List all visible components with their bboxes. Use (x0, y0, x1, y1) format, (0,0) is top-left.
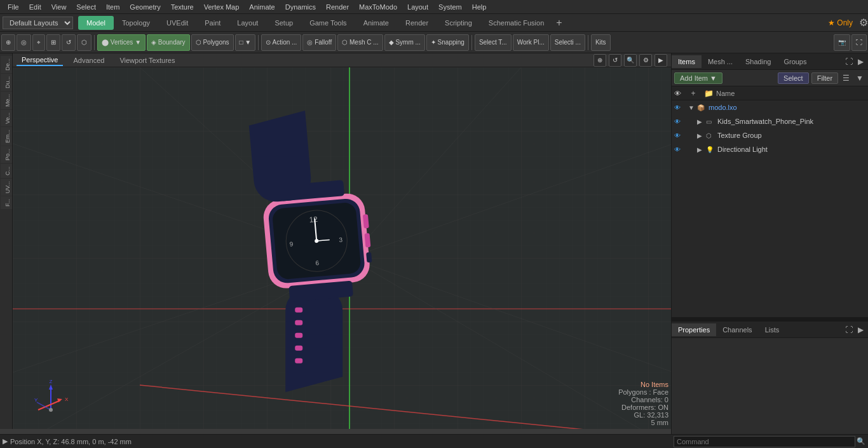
menu-view[interactable]: View (46, 2, 72, 12)
viewport-ctrl-settings[interactable]: ⚙ (639, 54, 652, 67)
tool-fullscreen[interactable]: ⛶ (851, 34, 867, 51)
tool-kits[interactable]: Kits (591, 34, 611, 51)
menu-dynamics[interactable]: Dynamics (280, 2, 321, 12)
menu-item[interactable]: Item (101, 2, 125, 12)
viewport-canvas[interactable]: 12 3 6 9 (13, 67, 671, 429)
tool-mesh-c[interactable]: ⬡ Mesh C ... (337, 34, 383, 51)
tab-render[interactable]: Render (397, 16, 437, 30)
viewport-tab-textures[interactable]: Viewport Textures (114, 55, 180, 65)
sidebar-item-c[interactable]: C... (1, 164, 12, 178)
tab-setup[interactable]: Setup (266, 16, 301, 30)
tab-layout[interactable]: Layout (229, 16, 266, 30)
tab-gametools[interactable]: Game Tools (301, 16, 355, 30)
menu-maxtomodo[interactable]: MaxToModo (354, 2, 402, 12)
eye-icon-light[interactable]: 👁 (674, 146, 686, 153)
expand-arrow-texture[interactable]: ▶ (697, 132, 706, 139)
tool-polygons[interactable]: ⬡ Polygons (191, 34, 234, 51)
rp-maximize-icon[interactable]: ⛶ (843, 56, 855, 67)
tab-animate[interactable]: Animate (355, 16, 397, 30)
sidebar-item-ve[interactable]: Ve... (1, 110, 12, 126)
sidebar-item-em[interactable]: Em... (1, 127, 12, 146)
prop-maximize-icon[interactable]: ⛶ (843, 324, 855, 336)
menu-system[interactable]: System (433, 2, 467, 12)
star-only-button[interactable]: ★ Only (824, 17, 857, 29)
menu-animate[interactable]: Animate (244, 2, 280, 12)
expand-arrow-light[interactable]: ▶ (697, 146, 706, 153)
eye-icon-smartwatch[interactable]: 👁 (674, 118, 686, 125)
tool-shape-dropdown[interactable]: □ ▼ (235, 34, 256, 51)
rp-tab-mesh[interactable]: Mesh ... (702, 55, 739, 68)
prop-tab-channels[interactable]: Channels (716, 323, 758, 336)
layout-dropdown[interactable]: Default Layouts (3, 17, 73, 29)
menu-layout[interactable]: Layout (402, 2, 433, 12)
tool-workpl[interactable]: Work Pl... (513, 34, 549, 51)
sidebar-item-du[interactable]: Du... (1, 74, 12, 91)
tool-action[interactable]: ⊙ Action ... (261, 34, 301, 51)
sidebar-item-uv[interactable]: UV... (1, 179, 12, 196)
viewport-tab-advanced[interactable]: Advanced (68, 55, 109, 65)
rp-tab-groups[interactable]: Groups (777, 55, 813, 68)
sidebar-item-f[interactable]: F... (1, 196, 12, 209)
tool-falloff[interactable]: ◎ Falloff (302, 34, 336, 51)
expand-arrow-smartwatch[interactable]: ▶ (697, 118, 706, 125)
tab-topology[interactable]: Topology (114, 16, 158, 30)
tab-uvedit[interactable]: UVEdit (158, 16, 196, 30)
tool-camera[interactable]: 📷 (834, 34, 850, 51)
command-search-icon[interactable]: 🔍 (857, 437, 865, 445)
rp-tab-items[interactable]: Items (672, 55, 702, 68)
add-item-button[interactable]: Add Item ▼ (674, 72, 722, 84)
rp-expand-icon[interactable]: ▶ (856, 56, 865, 67)
tool-circle[interactable]: ◎ (17, 34, 31, 51)
tab-scripting[interactable]: Scripting (437, 16, 480, 30)
sidebar-item-me[interactable]: Me... (1, 92, 12, 109)
tree-item-modo-lxo[interactable]: 👁 ▼ 📦 modo.lxo (672, 100, 868, 114)
prop-tab-lists[interactable]: Lists (759, 323, 786, 336)
menu-file[interactable]: File (3, 2, 24, 12)
tab-schematic[interactable]: Schematic Fusion (480, 16, 552, 30)
tool-snapping[interactable]: ✦ Snapping (426, 34, 469, 51)
sidebar-item-po[interactable]: Po... (1, 146, 12, 163)
tool-vertices[interactable]: ⬤ Vertices ▼ (97, 34, 146, 51)
tree-item-texture-group[interactable]: 👁 ▶ ⬡ Texture Group (672, 128, 868, 142)
icon-folder[interactable]: 📁 (702, 87, 715, 100)
settings-icon[interactable]: ⚙ (859, 17, 868, 29)
tool-boundary[interactable]: ◈ Boundary (147, 34, 190, 51)
tool-rotate[interactable]: ↺ (62, 34, 76, 51)
menu-render[interactable]: Render (321, 2, 354, 12)
items-down-icon[interactable]: ▼ (854, 72, 865, 84)
viewport-ctrl-expand[interactable]: ▶ (654, 54, 667, 67)
menu-texture[interactable]: Texture (166, 2, 199, 12)
tool-select-t[interactable]: Select T... (475, 34, 512, 51)
tab-paint[interactable]: Paint (196, 16, 229, 30)
expand-arrow-modo[interactable]: ▼ (688, 104, 697, 111)
tool-crosshair[interactable]: ⌖ (32, 34, 45, 51)
items-filter-button[interactable]: Filter (811, 72, 838, 84)
menu-help[interactable]: Help (467, 2, 492, 12)
tool-grid[interactable]: ⊞ (46, 34, 60, 51)
rp-tab-shading[interactable]: Shading (739, 55, 777, 68)
eye-icon-modo[interactable]: 👁 (674, 104, 686, 111)
command-input[interactable] (674, 436, 855, 447)
tool-selecti[interactable]: Selecti ... (550, 34, 585, 51)
prop-tab-properties[interactable]: Properties (672, 323, 716, 336)
viewport-tab-perspective[interactable]: Perspective (17, 55, 63, 66)
tree-item-directional-light[interactable]: 👁 ▶ 💡 Directional Light (672, 142, 868, 156)
items-select-button[interactable]: Select (778, 72, 809, 84)
menu-edit[interactable]: Edit (24, 2, 46, 12)
items-menu-icon[interactable]: ☰ (841, 72, 851, 84)
tool-select-mode[interactable]: ⊕ (1, 34, 15, 51)
viewport-ctrl-camera[interactable]: ⊕ (593, 54, 606, 67)
tree-item-smartwatch[interactable]: 👁 ▶ ▭ Kids_Smartwatch_Phone_Pink (672, 114, 868, 128)
add-tab-button[interactable]: + (552, 17, 566, 29)
prop-expand-icon[interactable]: ▶ (856, 324, 865, 336)
viewport-ctrl-rotate[interactable]: ↺ (609, 54, 621, 67)
tab-model[interactable]: Model (78, 16, 114, 30)
viewport-ctrl-zoom[interactable]: 🔍 (624, 54, 637, 67)
sidebar-item-de[interactable]: De... (1, 56, 12, 73)
eye-icon-texture[interactable]: 👁 (674, 132, 686, 139)
menu-vertexmap[interactable]: Vertex Map (199, 2, 245, 12)
menu-select[interactable]: Select (71, 2, 101, 12)
menu-geometry[interactable]: Geometry (125, 2, 165, 12)
icon-add[interactable]: + (687, 87, 700, 100)
tool-symmetry[interactable]: ◆ Symm ... (384, 34, 425, 51)
